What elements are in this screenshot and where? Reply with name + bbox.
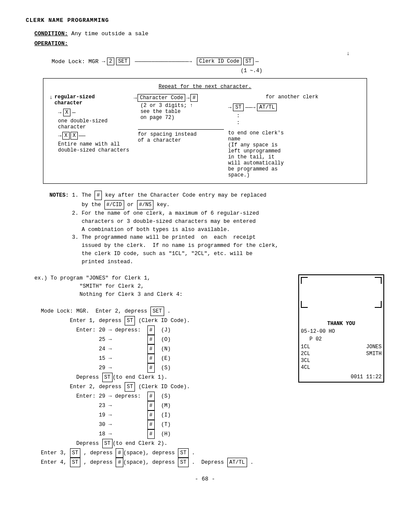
clerk1-name: JONES bbox=[366, 344, 382, 350]
page-title: CLERK NAME PROGRAMMING bbox=[26, 17, 384, 24]
down-arrow-icon: ↓ bbox=[49, 94, 53, 100]
x-single-row: → X — bbox=[58, 109, 129, 116]
condition-label: CONDITION: bbox=[34, 30, 68, 37]
clerk1-id: 1CL bbox=[301, 344, 310, 350]
char-code-box: Character Code bbox=[138, 94, 185, 102]
bracket-line: — bbox=[255, 58, 259, 65]
notes-text: NOTES: 1. The # key after the Character … bbox=[43, 191, 384, 266]
another-clerk-label: for another clerk bbox=[228, 94, 318, 100]
clerk-id-box: Clerk ID Code bbox=[197, 58, 242, 65]
char-code-row: → Character Code → # bbox=[134, 94, 224, 102]
mode-key-box: 2 bbox=[107, 58, 114, 65]
regular-sized-row: ↓ regular-sizedcharacter bbox=[49, 94, 129, 106]
char-desc: (2 or 3 digits; ↑see the tableon page 72… bbox=[141, 103, 224, 121]
arrow-to-st: → bbox=[228, 104, 232, 111]
corner-tr bbox=[375, 277, 382, 284]
clerk4-line: 4CL bbox=[301, 365, 382, 371]
time-line: 0011 11:22 bbox=[301, 374, 382, 380]
clerk2-id: 2CL bbox=[301, 351, 310, 357]
receipt-outer: THANK YOU 05-12-00 HO P 02 1CL JONES 2CL… bbox=[298, 274, 384, 383]
clerk-id-range: (1 ~.4) bbox=[241, 68, 384, 74]
p02-line: P 02 bbox=[309, 336, 382, 342]
x-key-box: X bbox=[63, 109, 70, 116]
at-tl-box: AT/TL bbox=[257, 103, 277, 111]
clerk4-id: 4CL bbox=[301, 365, 310, 371]
example-text: ex.) To program "JONES" for Clerk 1, "SM… bbox=[34, 274, 290, 467]
condition-line: CONDITION: Any time outside a sale bbox=[34, 30, 384, 37]
main-flow-box: Repeat for the next character. ↓ regular… bbox=[43, 78, 367, 184]
xx-double-row: → X X —— bbox=[58, 132, 129, 140]
arrow-xx: → bbox=[58, 133, 61, 139]
colon-dots: : bbox=[237, 113, 323, 119]
clerk2-name: SMITH bbox=[366, 351, 382, 357]
corner-br bbox=[375, 301, 382, 308]
spacing-label: for spacing insteadof a character bbox=[138, 129, 224, 143]
corner-tl bbox=[301, 277, 308, 284]
x-key-box3: X bbox=[70, 132, 78, 140]
clerk3-line: 3CL bbox=[301, 358, 382, 364]
hash-key-box: # bbox=[190, 94, 198, 102]
top-flow: ↓ Mode Lock: MGR → 2 SET ———————————————… bbox=[52, 50, 384, 74]
example-left: ex.) To program "JONES" for Clerk 1, "SM… bbox=[34, 274, 290, 467]
mode-lock-label: Mode Lock: MGR → bbox=[52, 58, 105, 65]
x-key-box2: X bbox=[62, 132, 70, 140]
left-col: ↓ regular-sizedcharacter → X — one doubl… bbox=[49, 94, 134, 153]
entire-name-label: Entire name with alldouble-sized charact… bbox=[58, 141, 129, 153]
arrow-long: ————————————————→ bbox=[135, 58, 192, 65]
receipt-corners-bottom bbox=[301, 301, 382, 308]
center-col: → Character Code → # (2 or 3 digits; ↑se… bbox=[134, 94, 228, 143]
clerk2-line: 2CL SMITH bbox=[301, 351, 382, 357]
top-down-arrow: ↓ bbox=[346, 50, 350, 57]
notes-section: NOTES: 1. The # key after the Character … bbox=[43, 191, 384, 266]
condition-text: Any time outside a sale bbox=[71, 30, 148, 37]
st-key-box: ST bbox=[243, 58, 254, 65]
arrow-to-attl: ——→ bbox=[245, 104, 255, 111]
thank-you-line: THANK YOU bbox=[301, 321, 382, 327]
arrow-x-single: → bbox=[58, 109, 61, 116]
x-single-dash: — bbox=[72, 109, 76, 116]
operation-line: OPERATION: bbox=[34, 40, 384, 47]
receipt-corners-top bbox=[301, 277, 382, 284]
colon-dots2: : bbox=[237, 120, 323, 126]
xx-dash: —— bbox=[79, 133, 86, 139]
clerk3-id: 3CL bbox=[301, 358, 310, 364]
one-double-label: one double-sizedcharacter bbox=[58, 118, 129, 130]
set-key-box: SET bbox=[116, 58, 130, 65]
st-box2: ST bbox=[233, 103, 243, 111]
clerk-id-label: Clerk ID Code bbox=[199, 58, 239, 64]
st-attl-row: → ST ——→ AT/TL bbox=[228, 103, 323, 111]
date-line: 05-12-00 HO bbox=[301, 328, 382, 334]
corner-bl bbox=[301, 301, 308, 308]
end-clerk-label: to end one clerk'sname (If any space isl… bbox=[228, 130, 323, 178]
regular-sized-label: regular-sizedcharacter bbox=[55, 94, 95, 106]
right-col: for another clerk → ST ——→ AT/TL : : to … bbox=[228, 94, 323, 178]
repeat-label: Repeat for the next character. bbox=[49, 84, 361, 90]
clerk1-line: 1CL JONES bbox=[301, 344, 382, 350]
arrow-char: → bbox=[134, 95, 137, 101]
operation-label: OPERATION: bbox=[34, 40, 68, 47]
example-section: ex.) To program "JONES" for Clerk 1, "SM… bbox=[34, 274, 384, 467]
top-flow-row: Mode Lock: MGR → 2 SET ————————————————→… bbox=[52, 58, 384, 65]
arrow-hash: → bbox=[186, 95, 190, 101]
flow-inner: ↓ regular-sizedcharacter → X — one doubl… bbox=[49, 94, 361, 178]
example-right: THANK YOU 05-12-00 HO P 02 1CL JONES 2CL… bbox=[298, 274, 384, 467]
page-number: - 68 - bbox=[26, 476, 384, 482]
page-content: CLERK NAME PROGRAMMING CONDITION: Any ti… bbox=[26, 17, 384, 482]
